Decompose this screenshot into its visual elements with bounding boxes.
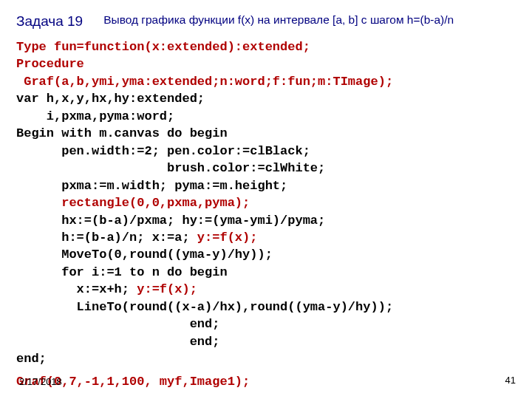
code-line-highlight: y:=f(x);	[137, 282, 197, 296]
code-line: Graf(a,b,ymi,yma:extended;n:word;f:fun;m…	[16, 75, 393, 89]
code-line	[16, 196, 61, 210]
header: Задача 19 Вывод графика функции f(x) на …	[16, 13, 516, 30]
page-number: 41	[505, 375, 516, 386]
code-line: i,pxma,pyma:word;	[16, 109, 174, 123]
code-line: Type fun=function(x:extended):extended;	[16, 40, 310, 54]
code-line: var h,x,y,hx,hy:extended;	[16, 92, 205, 106]
subtitle: Вывод графика функции f(x) на интервале …	[103, 13, 454, 27]
code-line-highlight: rectangle(0,0,pxma,pyma);	[61, 196, 250, 210]
code-line: brush.color:=clWhite;	[16, 161, 325, 175]
code-line: end;	[16, 352, 47, 366]
code-line: Begin with m.canvas do begin	[16, 126, 228, 140]
code-line: end;	[16, 317, 219, 331]
footer: 2/17/2018 Graf(0,7,-1,1,100, myf,Image1)…	[16, 375, 250, 389]
code-line-highlight: y:=f(x);	[197, 231, 258, 245]
code-line: Procedure	[16, 57, 84, 71]
code-line: x:=x+h;	[16, 282, 137, 296]
slide: Задача 19 Вывод графика функции f(x) на …	[0, 0, 532, 399]
code-line: MoveTo(0,round((yma-y)/hy));	[16, 248, 273, 262]
footer-date: 2/17/2018	[19, 376, 62, 387]
code-line: pen.width:=2; pen.color:=clBlack;	[16, 144, 310, 158]
code-line: h:=(b-a)/n; x:=a;	[16, 231, 197, 245]
task-label: Задача 19	[16, 13, 83, 30]
code-line: for i:=1 to n do begin	[16, 265, 228, 279]
code-line: end;	[16, 335, 219, 349]
code-line: LineTo(round((x-a)/hx),round((yma-y)/hy)…	[16, 300, 393, 314]
code-line: hx:=(b-a)/pxma; hy:=(yma-ymi)/pyma;	[16, 214, 325, 228]
code-block: Type fun=function(x:extended):extended; …	[16, 38, 516, 368]
code-line: pxma:=m.width; pyma:=m.height;	[16, 179, 287, 193]
